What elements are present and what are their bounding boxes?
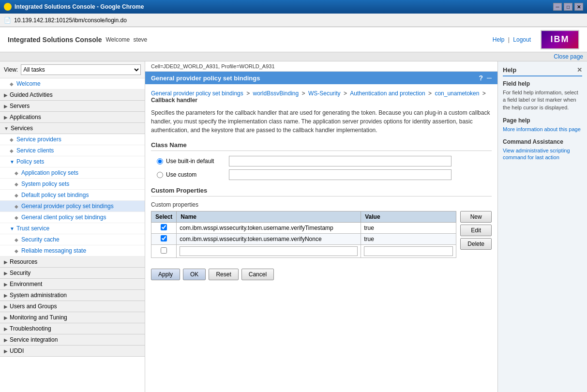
action-buttons: Apply OK Reset Cancel xyxy=(151,269,492,280)
expand-icon-servers: ▶ xyxy=(4,104,8,109)
sidebar-item-applications[interactable]: ▶ Applications xyxy=(0,112,145,123)
sidebar-item-users-groups[interactable]: ▶ Users and Groups xyxy=(0,301,145,312)
row3-value-cell xyxy=(361,245,456,258)
help-header: Help ✕ xyxy=(503,66,582,76)
page-header-bar: General provider policy set bindings ? ─ xyxy=(145,72,497,84)
breadcrumb-link-3[interactable]: WS-Security xyxy=(308,90,341,97)
row3-name-input[interactable] xyxy=(180,246,358,256)
sidebar-label-security: Security xyxy=(10,270,30,276)
sidebar-item-general-client[interactable]: ◆ General client policy set bindings xyxy=(0,212,145,223)
row3-value-input[interactable] xyxy=(364,246,453,256)
sidebar-item-resources[interactable]: ▶ Resources xyxy=(0,256,145,268)
command-title: Command Assistance xyxy=(503,138,582,145)
field-help-desc: For field help information, select a fie… xyxy=(503,89,582,111)
content-area: Cell=JDED2_WORLD_A931, Profile=WORLD_A93… xyxy=(145,61,497,392)
sidebar-item-security-cache[interactable]: ◆ Security cache xyxy=(0,234,145,245)
sidebar-item-security[interactable]: ▶ Security xyxy=(0,268,145,279)
row1-checkbox[interactable] xyxy=(161,224,167,230)
welcome-text: Welcome steve xyxy=(105,36,147,43)
help-link[interactable]: Help xyxy=(493,36,505,43)
apply-button[interactable]: Apply xyxy=(151,269,180,280)
close-page-link[interactable]: Close page xyxy=(554,53,583,60)
row1-name: com.ibm.wsspi.wssecurity.token.username.… xyxy=(180,225,333,231)
new-button[interactable]: New xyxy=(460,211,492,223)
sidebar-label-resources: Resources xyxy=(10,258,37,265)
expand-icon-policy-sets: ▼ xyxy=(10,159,15,165)
expand-icon-trust: ▼ xyxy=(10,226,15,231)
use-custom-radio[interactable] xyxy=(157,172,163,178)
sidebar-item-sys-policy[interactable]: ◆ System policy sets xyxy=(0,179,145,190)
sidebar-item-uddi[interactable]: ▶ UDDI xyxy=(0,346,145,357)
delete-button[interactable]: Delete xyxy=(460,238,492,250)
row2-checkbox[interactable] xyxy=(161,235,167,241)
sidebar-label-general-client: General client policy set bindings xyxy=(21,214,106,221)
table-buttons: New Edit Delete xyxy=(460,211,492,250)
use-builtin-radio[interactable] xyxy=(157,158,163,165)
command-link[interactable]: View administrative scripting command fo… xyxy=(503,148,570,160)
sidebar-item-service-clients[interactable]: ◆ Service clients xyxy=(0,145,145,156)
main-layout: View: All tasks ◆ Welcome ▶ Guided Activ… xyxy=(0,61,587,392)
close-page-row: Close page xyxy=(0,52,587,61)
sidebar-label-applications: Applications xyxy=(10,114,41,121)
field-help-title: Field help xyxy=(503,80,582,87)
page-help-link[interactable]: More information about this page xyxy=(503,126,581,132)
sidebar-label-general-provider: General provider policy set bindings xyxy=(21,203,114,210)
sidebar-label-default-bindings: Default policy set bindings xyxy=(21,192,89,198)
custom-properties-section: Custom Properties Custom properties Sele… xyxy=(151,187,492,262)
row2-select-cell xyxy=(151,234,177,245)
maximize-button[interactable]: □ xyxy=(564,3,572,11)
address-bar: 📄 10.139.142.182:10125/ibm/console/login… xyxy=(0,14,587,27)
sidebar-item-app-policy[interactable]: ◆ Application policy sets xyxy=(0,167,145,179)
cancel-button[interactable]: Cancel xyxy=(241,269,274,280)
expand-icon-applications: ▶ xyxy=(4,115,8,120)
sidebar-item-general-provider[interactable]: ◆ General provider policy set bindings xyxy=(0,201,145,212)
expand-icon-services: ▼ xyxy=(4,126,9,131)
sidebar-item-sysadmin[interactable]: ▶ System administration xyxy=(0,290,145,301)
row1-name-cell: com.ibm.wsspi.wssecurity.token.username.… xyxy=(177,223,361,234)
row3-checkbox[interactable] xyxy=(161,247,167,254)
breadcrumb-link-4[interactable]: Authentication and protection xyxy=(350,90,425,97)
reset-button[interactable]: Reset xyxy=(209,269,238,280)
field-help-section: Field help For field help information, s… xyxy=(503,80,582,111)
breadcrumb-link-2[interactable]: worldBssvBinding xyxy=(253,90,299,97)
sidebar-label-guided: Guided Activities xyxy=(10,91,53,98)
url-display: 10.139.142.182:10125/ibm/console/login.d… xyxy=(14,17,127,24)
minimize-button[interactable]: ─ xyxy=(553,3,562,11)
collapse-icon[interactable]: ─ xyxy=(487,74,492,82)
sidebar-item-trust-service[interactable]: ▼ Trust service xyxy=(0,223,145,234)
sidebar-label-security-cache: Security cache xyxy=(21,236,60,243)
sidebar-item-guided[interactable]: ▶ Guided Activities xyxy=(0,90,145,101)
help-icon[interactable]: ? xyxy=(479,74,483,82)
logout-link[interactable]: Logout xyxy=(513,36,531,43)
expand-icon-uddi: ▶ xyxy=(4,348,8,354)
sidebar-item-default-bindings[interactable]: ◆ Default policy set bindings xyxy=(0,190,145,201)
close-button[interactable]: ✕ xyxy=(574,3,583,11)
sidebar-item-reliable-messaging[interactable]: ◆ Reliable messaging state xyxy=(0,245,145,256)
view-select[interactable]: All tasks xyxy=(21,64,141,75)
use-custom-input[interactable] xyxy=(229,169,452,180)
sidebar-item-troubleshooting[interactable]: ▶ Troubleshooting xyxy=(0,323,145,334)
ok-button[interactable]: OK xyxy=(183,269,206,280)
edit-button[interactable]: Edit xyxy=(460,225,492,236)
page-help-title: Page help xyxy=(503,117,582,124)
sidebar-item-environment[interactable]: ▶ Environment xyxy=(0,279,145,290)
use-builtin-row: Use built-in default com.ibm.websphere.w… xyxy=(157,156,492,166)
sidebar-item-service-providers[interactable]: ◆ Service providers xyxy=(0,134,145,145)
breadcrumb-link-5[interactable]: con_unametoken xyxy=(435,90,479,97)
help-close-button[interactable]: ✕ xyxy=(577,66,582,74)
sidebar-item-service-integration[interactable]: ▶ Service integration xyxy=(0,334,145,346)
custom-properties-label: Custom properties xyxy=(151,201,492,208)
expand-icon-sysadmin: ▶ xyxy=(4,293,8,298)
sidebar-item-services[interactable]: ▼ Services xyxy=(0,123,145,134)
sidebar-item-monitoring[interactable]: ▶ Monitoring and Tuning xyxy=(0,312,145,323)
expand-icon-troubleshooting: ▶ xyxy=(4,326,8,332)
browser-icon xyxy=(4,3,12,11)
expand-icon-security: ▶ xyxy=(4,271,8,276)
expand-icon-guided: ▶ xyxy=(4,92,8,98)
sidebar-item-policy-sets[interactable]: ▼ Policy sets xyxy=(0,156,145,167)
breadcrumb-link-1[interactable]: General provider policy set bindings xyxy=(151,90,243,97)
row3-select-cell xyxy=(151,245,177,258)
sidebar-item-welcome[interactable]: ◆ Welcome xyxy=(0,78,145,90)
sidebar-item-servers[interactable]: ▶ Servers xyxy=(0,101,145,112)
ibm-logo: IBM xyxy=(541,30,579,49)
